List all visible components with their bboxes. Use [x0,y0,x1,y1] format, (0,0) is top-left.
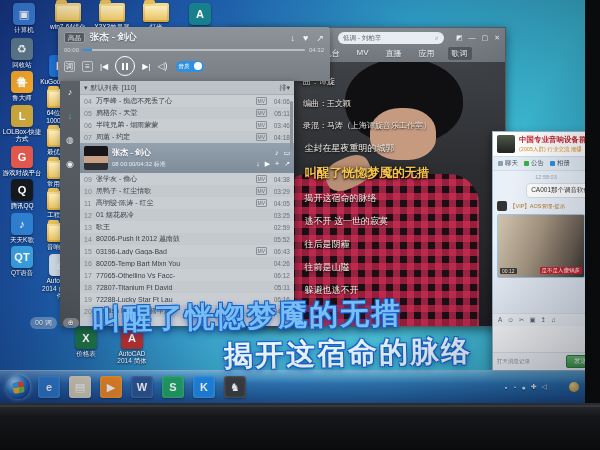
desktop-icon[interactable]: Q 腾讯QQ [2,179,42,209]
tray-icon[interactable]: ✚ [531,383,537,391]
chat-tab[interactable]: 相册 [550,159,570,168]
sidebar-icon[interactable]: ◍ [66,135,74,145]
download-icon[interactable]: ↓ [291,33,296,43]
previous-button[interactable]: |◀ [100,62,108,71]
sidebar-icon[interactable]: ↓ [68,111,73,121]
playlist-row[interactable]: 07 周蕙 - 约定 MV 04:18 [80,131,294,143]
playlist-row[interactable]: 10 黑鸭子 - 红尘情歌 MV 03:29 [80,185,294,197]
close-icon[interactable]: ✕ [494,34,500,42]
lyric-toggle-icon[interactable]: 词 [64,61,75,72]
search-input[interactable]: 低调 - 刘柏辛 ⌕ [338,32,444,44]
playlist-row[interactable]: 18 72807-Titanium Ft David 05:11 [80,281,294,293]
lyrics-settings-icon[interactable]: ⊕ [63,318,79,328]
quality-toggle[interactable]: 音质 [176,61,204,72]
playlist-row[interactable]: 15 03196-Lady Gaga-Bad MV 06:43 [80,245,294,257]
chat-tab[interactable]: 公告 [524,159,544,168]
search-icon[interactable]: ⌕ [435,34,439,42]
chat-tool-icon[interactable]: ☺ [507,316,514,324]
video-thumbnail[interactable]: 00:12 是不是人傻钱多 [497,214,585,278]
chat-tab[interactable]: 聊天 [498,159,518,168]
nav-tab[interactable]: MV [353,47,373,60]
playlist-row[interactable]: 04 万季峰 - 痴恋不死丢了心 MV 04:06 [80,95,294,107]
desktop-icon[interactable]: L LOLBox-快捷方式 [2,105,42,143]
mv-badge[interactable]: MV [256,175,268,183]
mv-icon[interactable]: ▶ [265,160,270,168]
pause-button[interactable] [115,56,135,76]
history-link[interactable]: 打开消息记录 [497,358,530,365]
chat-tool-icon[interactable]: ↥ [541,316,546,324]
chat-tool-icon[interactable]: A [498,316,502,324]
playlist-row[interactable]: 11 高明骏·陈涛 - 红尘 MV 04:05 [80,197,294,209]
playlist-toggle-icon[interactable]: ≡ [82,61,93,72]
taskbar-app-icon[interactable]: K [193,376,215,398]
playlist-row[interactable]: 16 80205-Temp Bart Mixn You 04:26 [80,257,294,269]
mv-badge[interactable]: MV [256,187,268,195]
desktop-icon[interactable]: QT QT语音 [2,246,42,276]
tray-icon[interactable]: ◔ [512,384,516,391]
start-button[interactable] [6,375,30,399]
chat-tool-icon[interactable]: ▣ [529,316,535,324]
desktop-lyrics-line2: 揭开这宿命的脉络 [224,331,473,376]
download-icon[interactable]: ↓ [256,160,260,168]
desktop-icon[interactable]: ♪ 天天K歌 [2,213,42,243]
playlist-scrollbar[interactable] [290,101,293,151]
taskbar-app-icon[interactable]: ▤ [69,376,91,398]
chat-messages[interactable]: 12:58:03 CA001那个调音软件 【VIP】AOS管理-提示 00:12… [493,171,585,313]
skin-icon[interactable]: ◩ [456,34,463,42]
playlist-now-playing-row[interactable]: 张杰 - 剑心 08 00:00/04:32 标准 ♪ ▭ ↓ ▶ + ↗ [80,143,294,173]
playlist-row[interactable]: 09 张学友 - 偷心 MV 04:38 [80,173,294,185]
playlist-row[interactable]: 12 01 烟花易冷 03:25 [80,209,294,221]
delete-icon[interactable]: ▭ [283,149,290,157]
tray-icon[interactable]: ◁ [542,383,547,391]
mv-badge[interactable]: MV [256,247,268,255]
maximize-icon[interactable]: ▢ [482,34,489,42]
chat-tool-icon[interactable]: ✂ [519,316,524,324]
mv-badge[interactable]: MV [256,199,268,207]
chat-tool-icon[interactable]: ♫ [551,316,556,324]
group-avatar[interactable] [497,135,515,153]
desktop-icon[interactable]: 鲁 鲁大师 [2,71,42,101]
tray-icon[interactable]: ● [522,384,526,391]
playlist-row[interactable]: 13 歌王 02:59 [80,221,294,233]
add-icon[interactable]: + [275,160,279,168]
minimize-icon[interactable]: ― [469,34,476,42]
mv-badge[interactable]: MV [256,133,268,141]
playlist-header[interactable]: ▾ 默认列表 [110] 排▾ [80,81,294,95]
desktop-icon[interactable]: ♻ 回收站 [2,38,42,68]
send-button[interactable]: 发送 [566,355,585,368]
ring-icon[interactable]: ♪ [275,149,279,157]
share-icon[interactable]: ↗ [316,33,324,43]
volume-icon[interactable]: ◁) [157,61,167,71]
chat-header: 中国专业音响设备群 (2005人群) 行业交流 潮爆 [493,132,585,156]
nav-tab[interactable]: 直播 [382,47,406,60]
nav-tab[interactable]: 应用 [415,47,439,60]
taskbar-app-icon[interactable]: W [131,376,153,398]
mv-badge[interactable]: MV [256,109,268,117]
desktop-icon[interactable]: G 游戏对战平台 [2,146,42,176]
taskbar-app-icon[interactable]: S [162,376,184,398]
sidebar-icon[interactable]: ♪ [68,87,73,97]
taskbar-app-icon[interactable]: ▶ [100,376,122,398]
mv-badge[interactable]: MV [256,97,268,105]
progress-bar[interactable] [83,49,305,51]
member-avatar[interactable] [497,201,507,211]
taskbar-app-icon[interactable]: e [38,376,60,398]
playlist-row[interactable]: 17 77065-Othellino Vs Facc- 06:12 [80,269,294,281]
taskbar-app-icon[interactable]: ♞ [224,376,246,398]
sort-button[interactable]: 排▾ [279,83,290,93]
user-status-icon[interactable] [569,382,579,392]
now-playing-title: 张杰 - 剑心 [90,31,136,44]
nav-tab[interactable]: 歌词 [448,47,472,60]
quality-badge[interactable]: 高品 [64,32,85,43]
sidebar-icon[interactable]: ◉ [66,159,74,169]
heart-icon[interactable]: ♥ [303,33,308,43]
playlist-row[interactable]: 06 半吨兄弟 - 烟雨蒙蒙 MV 03:46 [80,119,294,131]
mv-badge[interactable]: MV [256,121,268,129]
share-icon[interactable]: ↗ [284,160,290,168]
desktop-icon[interactable]: ▣ 计算机 [4,3,44,33]
playlist-row[interactable]: 05 腾格尔 - 天堂 MV 05:11 [80,107,294,119]
message-input[interactable] [493,326,585,352]
playlist-row[interactable]: 14 80206-Push It 2012 越南鼓 05:52 [80,233,294,245]
next-button[interactable]: ▶| [142,62,150,71]
tray-icon[interactable]: ▪ [505,384,507,391]
